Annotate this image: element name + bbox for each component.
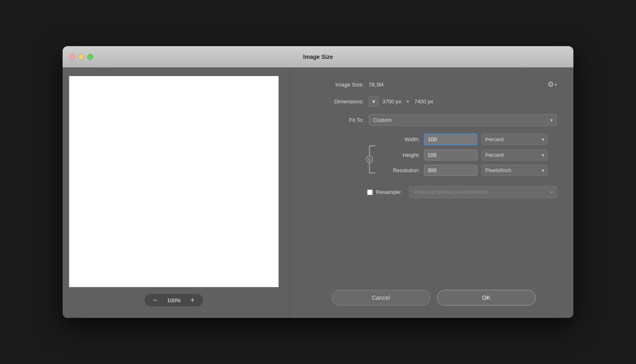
dimensions-width: 3700 px	[382, 98, 401, 105]
image-size-label: Image Size:	[310, 82, 364, 88]
preview-canvas	[69, 76, 279, 287]
height-unit-wrapper: Percent Pixels Inches Centimeters	[482, 149, 547, 161]
fit-to-select-wrapper: Custom Original Size Screen Size Print S…	[369, 114, 557, 126]
zoom-increase-button[interactable]: +	[189, 296, 196, 305]
zoom-value: 100%	[166, 297, 182, 303]
width-label: Width:	[379, 136, 420, 142]
width-unit-wrapper: Percent Pixels Inches Centimeters	[482, 134, 547, 145]
gear-arrow: ▾	[555, 82, 557, 87]
height-unit-select[interactable]: Percent Pixels Inches Centimeters	[482, 149, 547, 161]
title-bar: Image Size	[63, 46, 573, 68]
resample-row: Resample: Preserve Details (enlargement)	[310, 186, 557, 198]
resample-select-wrapper: Preserve Details (enlargement)	[409, 186, 557, 198]
resolution-input[interactable]	[424, 165, 477, 176]
settings-panel: Image Size: 78,3M ⚙ ▾ Dimensions: ▾ 3700…	[294, 68, 573, 318]
resolution-unit-wrapper: Pixels/Inch Pixels/Centimeter	[482, 165, 547, 176]
height-input[interactable]	[424, 149, 477, 161]
dimensions-x: ×	[406, 98, 409, 105]
height-label: Height:	[379, 152, 420, 158]
resample-checkbox[interactable]	[367, 189, 373, 195]
svg-text:⛓: ⛓	[367, 157, 372, 162]
minimize-button[interactable]	[78, 54, 84, 60]
image-size-value: 78,3M	[369, 82, 383, 88]
fit-to-row: Fit To: Custom Original Size Screen Size…	[310, 114, 557, 126]
zoom-decrease-button[interactable]: −	[151, 296, 159, 305]
resample-select[interactable]: Preserve Details (enlargement)	[409, 186, 557, 198]
width-unit-select[interactable]: Percent Pixels Inches Centimeters	[482, 134, 547, 145]
chevron-down-icon: ▾	[372, 98, 375, 105]
ok-button[interactable]: OK	[437, 290, 536, 306]
resolution-unit-select[interactable]: Pixels/Inch Pixels/Centimeter	[482, 165, 547, 176]
dimensions-height: 7400 px	[414, 98, 433, 105]
image-size-row: Image Size: 78,3M ⚙ ▾	[310, 80, 557, 89]
dialog-body: − 100% + Image Size: 78,3M ⚙ ▾ Dimension…	[63, 68, 573, 318]
close-button[interactable]	[69, 54, 75, 60]
gear-icon: ⚙	[547, 80, 554, 89]
dimensions-values: ▾ 3700 px × 7400 px	[369, 96, 433, 107]
dimensions-dropdown[interactable]: ▾	[369, 96, 379, 107]
width-row: Width: Percent Pixels Inches Centimeters	[379, 133, 557, 145]
dialog-title: Image Size	[303, 54, 333, 60]
fields-stack: Width: Percent Pixels Inches Centimeters	[379, 133, 557, 182]
fit-to-select[interactable]: Custom Original Size Screen Size Print S…	[369, 114, 557, 126]
traffic-lights	[69, 54, 93, 60]
link-bracket-svg: ⛓	[364, 137, 376, 182]
dimensions-label: Dimensions:	[310, 98, 364, 105]
zoom-controls: − 100% +	[145, 294, 203, 306]
panel-divider	[289, 68, 290, 318]
button-row: Cancel OK	[310, 290, 557, 306]
resample-label: Resample:	[376, 189, 402, 195]
fit-to-label: Fit To:	[310, 117, 364, 123]
gear-button[interactable]: ⚙ ▾	[547, 80, 557, 89]
image-size-dialog: Image Size − 100% + Image Size: 78,3M ⚙ …	[63, 46, 573, 318]
dimensions-row: Dimensions: ▾ 3700 px × 7400 px	[310, 96, 557, 107]
width-input[interactable]	[424, 133, 477, 145]
preview-panel: − 100% +	[63, 68, 285, 318]
height-row: Height: Percent Pixels Inches Centimeter…	[379, 149, 557, 161]
maximize-button[interactable]	[87, 54, 93, 60]
resolution-label: Resolution:	[379, 167, 420, 173]
cancel-button[interactable]: Cancel	[332, 290, 430, 306]
resolution-row: Resolution: Pixels/Inch Pixels/Centimete…	[379, 165, 557, 176]
